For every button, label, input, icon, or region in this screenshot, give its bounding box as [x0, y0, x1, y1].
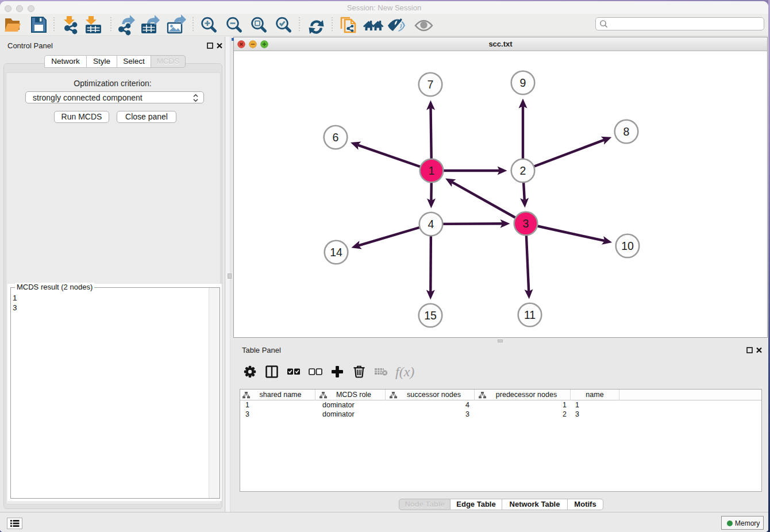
- svg-text:8: 8: [623, 125, 630, 138]
- svg-text:7: 7: [428, 78, 434, 91]
- svg-text:3: 3: [523, 217, 529, 230]
- svg-text:9: 9: [520, 76, 526, 89]
- svg-text:10: 10: [621, 240, 634, 252]
- svg-text:f(x): f(x): [395, 364, 414, 379]
- svg-text:15: 15: [424, 309, 437, 322]
- svg-text:11: 11: [524, 309, 536, 321]
- svg-text:14: 14: [330, 246, 342, 259]
- svg-text:4: 4: [428, 218, 434, 230]
- svg-text:1: 1: [429, 164, 435, 177]
- svg-text:6: 6: [333, 131, 339, 144]
- svg-text:2: 2: [520, 164, 526, 177]
